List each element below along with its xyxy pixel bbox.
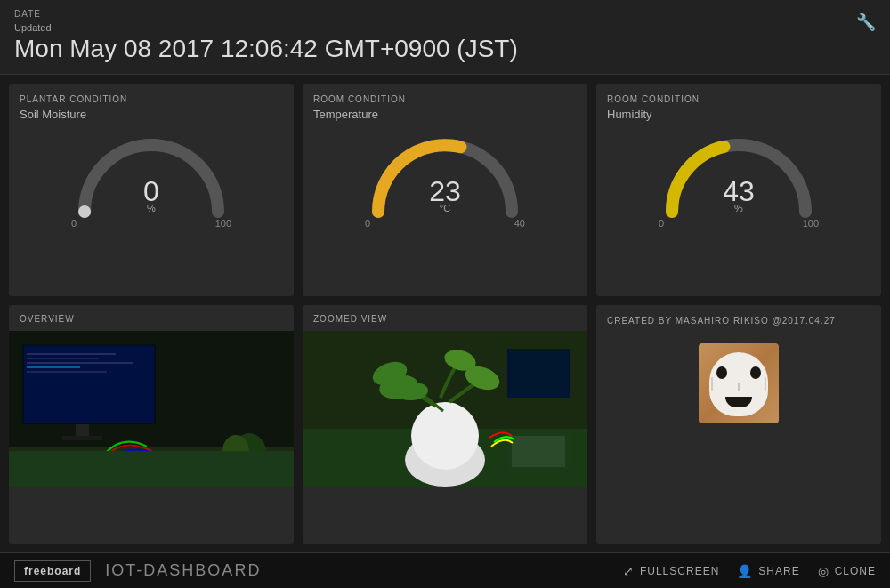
nose — [738, 383, 740, 391]
svg-rect-31 — [512, 436, 565, 467]
creator-avatar — [699, 343, 779, 423]
humidity-title: ROOM CONDITION — [607, 94, 870, 104]
date-section: DATE Updated Mon May 08 2017 12:06:42 GM… — [0, 0, 890, 75]
overview-card: OVERVIEW — [9, 305, 294, 544]
temperature-title: ROOM CONDITION — [313, 94, 577, 104]
overview-image — [9, 331, 294, 487]
soil-moisture-card: PLANTAR CONDITION Soil Moisture 0 % 0 10… — [9, 84, 294, 296]
svg-rect-33 — [509, 350, 568, 396]
soil-moisture-subtitle: Soil Moisture — [20, 108, 283, 121]
svg-rect-14 — [76, 424, 89, 438]
zoomed-svg — [303, 331, 587, 487]
cheek-line-right — [765, 377, 766, 391]
fullscreen-icon: ⤢ — [623, 564, 635, 578]
footer-logo[interactable]: freeboard — [14, 560, 91, 582]
svg-point-20 — [222, 435, 249, 467]
svg-rect-18 — [134, 454, 187, 476]
humidity-gauge-container: 43 % 0 100 — [607, 128, 870, 229]
svg-rect-17 — [36, 451, 107, 478]
temperature-gauge-container: 23 °C 0 40 — [313, 128, 577, 229]
temperature-gauge-svg: 23 °C — [365, 132, 525, 216]
svg-rect-16 — [9, 447, 294, 487]
soil-moisture-gauge-svg: 0 % — [71, 132, 231, 216]
wrench-icon[interactable]: 🔧 — [856, 12, 876, 32]
date-updated: Updated — [14, 22, 876, 33]
date-label: DATE — [14, 9, 876, 19]
clone-label: CLONE — [835, 565, 876, 577]
soil-moisture-title: PLANTAR CONDITION — [20, 94, 283, 104]
clone-action[interactable]: ◎ CLONE — [818, 564, 876, 578]
creator-title: CREATED BY MASAHIRO RIKISO @2017.04.27 — [607, 316, 870, 326]
svg-rect-15 — [62, 436, 102, 440]
humidity-card: ROOM CONDITION Humidity — [596, 84, 881, 296]
main-content: PLANTAR CONDITION Soil Moisture 0 % 0 10… — [0, 75, 890, 552]
svg-rect-10 — [27, 358, 98, 359]
fullscreen-action[interactable]: ⤢ FULLSCREEN — [623, 564, 719, 578]
svg-rect-12 — [27, 366, 80, 368]
eye-left — [716, 366, 727, 379]
svg-point-24 — [411, 402, 479, 470]
image-row: OVERVIEW — [9, 305, 881, 544]
overview-title: OVERVIEW — [9, 305, 294, 331]
temperature-card: ROOM CONDITION Temperature 23 °C — [303, 84, 587, 296]
gauge-row: PLANTAR CONDITION Soil Moisture 0 % 0 10… — [9, 84, 881, 296]
fullscreen-label: FULLSCREEN — [640, 565, 719, 577]
share-icon: 👤 — [737, 564, 753, 578]
humidity-gauge-svg: 43 % — [659, 132, 819, 216]
share-action[interactable]: 👤 SHARE — [737, 564, 799, 578]
overview-svg — [9, 331, 294, 487]
soil-moisture-gauge-labels: 0 100 — [71, 218, 231, 229]
footer-actions: ⤢ FULLSCREEN 👤 SHARE ◎ CLONE — [623, 564, 876, 578]
svg-rect-9 — [27, 353, 116, 355]
zoomed-image — [303, 331, 587, 487]
temperature-subtitle: Temperature — [313, 108, 577, 121]
zoomed-title: ZOOMED VIEW — [303, 305, 587, 331]
cheek-line-left — [711, 377, 713, 391]
clone-icon: ◎ — [818, 564, 829, 578]
zoomed-card: ZOOMED VIEW — [303, 305, 587, 544]
svg-rect-11 — [27, 362, 134, 364]
svg-text:°C: °C — [440, 203, 450, 213]
footer: freeboard IOT-DASHBOARD ⤢ FULLSCREEN 👤 S… — [0, 552, 890, 588]
creator-card: CREATED BY MASAHIRO RIKISO @2017.04.27 — [596, 305, 881, 544]
humidity-gauge-labels: 0 100 — [659, 218, 819, 229]
svg-text:%: % — [147, 203, 156, 213]
soil-moisture-gauge-container: 0 % 0 100 — [20, 128, 283, 229]
temperature-gauge-labels: 0 40 — [365, 218, 525, 229]
eye-right — [750, 366, 761, 379]
footer-title: IOT-DASHBOARD — [105, 561, 261, 580]
svg-rect-8 — [24, 346, 154, 423]
humidity-subtitle: Humidity — [607, 108, 870, 121]
share-label: SHARE — [758, 565, 799, 577]
date-value: Mon May 08 2017 12:06:42 GMT+0900 (JST) — [14, 35, 876, 63]
svg-rect-13 — [27, 371, 107, 373]
svg-text:%: % — [734, 203, 743, 213]
